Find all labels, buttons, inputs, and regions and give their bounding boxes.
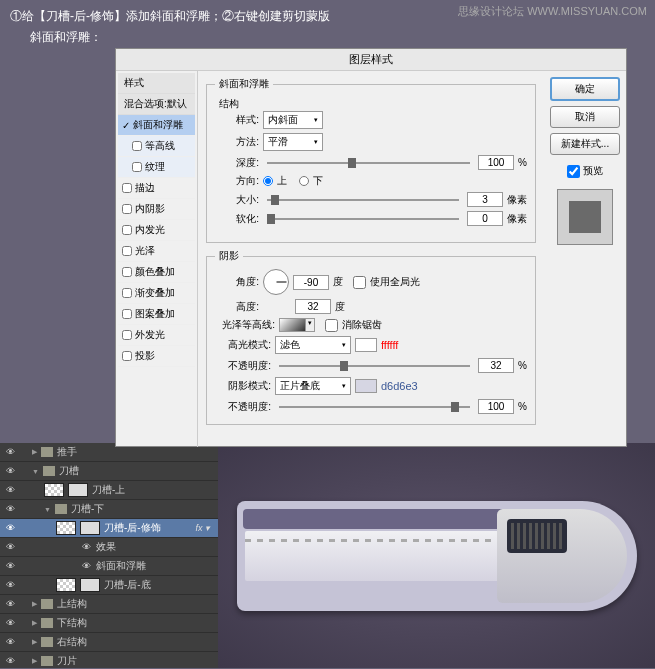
style-label: 内发光	[135, 223, 165, 237]
layer-row[interactable]: 👁刀槽-后-修饰fx ▾	[0, 519, 218, 538]
disclosure-triangle[interactable]: ▶	[32, 619, 37, 627]
ok-button[interactable]: 确定	[550, 77, 620, 101]
visibility-icon[interactable]: 👁	[4, 541, 16, 553]
size-slider[interactable]	[267, 199, 459, 201]
style-row-描边[interactable]: 描边	[118, 178, 195, 199]
disclosure-triangle[interactable]: ▶	[32, 448, 37, 456]
sh-mode-select[interactable]: 正片叠底	[275, 377, 351, 395]
disclosure-triangle[interactable]: ▶	[32, 600, 37, 608]
antialias-check[interactable]	[325, 319, 338, 332]
style-row-图案叠加[interactable]: 图案叠加	[118, 304, 195, 325]
visibility-icon[interactable]: 👁	[4, 655, 16, 667]
layer-style-dialog: 图层样式 样式 混合选项:默认 ✓ 斜面和浮雕 等高线 纹理 描边 内阴影 内发…	[115, 48, 627, 447]
visibility-icon[interactable]: 👁	[4, 560, 16, 572]
preview-check[interactable]	[567, 165, 580, 178]
style-row-渐变叠加[interactable]: 渐变叠加	[118, 283, 195, 304]
layer-row[interactable]: 👁▼刀槽	[0, 462, 218, 481]
alt-value[interactable]: 32	[295, 299, 331, 314]
style-check[interactable]	[122, 309, 132, 319]
cancel-button[interactable]: 取消	[550, 106, 620, 128]
layer-row[interactable]: 👁▼刀槽-下	[0, 500, 218, 519]
visibility-icon[interactable]: 👁	[4, 617, 16, 629]
styles-header: 样式	[118, 73, 195, 94]
depth-slider[interactable]	[267, 162, 470, 164]
shade-legend: 阴影	[215, 249, 243, 263]
angle-dial[interactable]	[263, 269, 289, 295]
dir-up-radio[interactable]	[263, 176, 273, 186]
size-label: 大小:	[215, 193, 259, 207]
style-check[interactable]	[132, 141, 142, 151]
depth-value[interactable]: 100	[478, 155, 514, 170]
visibility-icon[interactable]: 👁	[4, 598, 16, 610]
layer-label: 斜面和浮雕	[96, 559, 146, 573]
style-check[interactable]	[122, 288, 132, 298]
sub-label: 斜面和浮雕：	[30, 29, 645, 46]
disclosure-triangle[interactable]: ▼	[32, 468, 39, 475]
disclosure-triangle[interactable]: ▼	[44, 506, 51, 513]
style-row-投影[interactable]: 投影	[118, 346, 195, 367]
style-row-内阴影[interactable]: 内阴影	[118, 199, 195, 220]
style-row-斜面和浮雕[interactable]: ✓ 斜面和浮雕	[118, 115, 195, 136]
new-style-button[interactable]: 新建样式...	[550, 133, 620, 155]
top-section: ①给【刀槽-后-修饰】添加斜面和浮雕；②右键创建剪切蒙版 斜面和浮雕： 图层样式…	[0, 0, 655, 443]
fx-vis-icon[interactable]: 👁	[80, 560, 92, 572]
visibility-icon[interactable]: 👁	[4, 636, 16, 648]
hl-mode-select[interactable]: 滤色	[275, 336, 351, 354]
style-label: 渐变叠加	[135, 286, 175, 300]
disclosure-triangle[interactable]: ▶	[32, 657, 37, 665]
layer-row[interactable]: 👁▶右结构	[0, 633, 218, 652]
visibility-icon[interactable]: 👁	[4, 503, 16, 515]
disclosure-triangle[interactable]: ▶	[32, 638, 37, 646]
dir-down-radio[interactable]	[299, 176, 309, 186]
hl-opac-slider[interactable]	[279, 365, 470, 367]
style-check[interactable]	[122, 267, 132, 277]
layer-row[interactable]: 👁▶刀片	[0, 652, 218, 668]
fx-indicator[interactable]: fx ▾	[195, 523, 214, 533]
style-row-纹理[interactable]: 纹理	[118, 157, 195, 178]
hl-color-swatch[interactable]	[355, 338, 377, 352]
sh-color-swatch[interactable]	[355, 379, 377, 393]
visibility-icon[interactable]: 👁	[4, 579, 16, 591]
global-light-check[interactable]	[353, 276, 366, 289]
style-row-外发光[interactable]: 外发光	[118, 325, 195, 346]
layer-row[interactable]: 👁▶下结构	[0, 614, 218, 633]
style-label: 斜面和浮雕	[133, 118, 183, 132]
style-check[interactable]	[132, 162, 142, 172]
style-check[interactable]	[122, 225, 132, 235]
style-check[interactable]	[122, 204, 132, 214]
angle-value[interactable]: -90	[293, 275, 329, 290]
sh-opac-slider[interactable]	[279, 406, 470, 408]
layer-label: 效果	[96, 540, 116, 554]
visibility-icon[interactable]: 👁	[4, 446, 16, 458]
fx-vis-icon[interactable]: 👁	[80, 541, 92, 553]
style-label: 内阴影	[135, 202, 165, 216]
method-select[interactable]: 平滑	[263, 133, 323, 151]
style-row-内发光[interactable]: 内发光	[118, 220, 195, 241]
style-label: 描边	[135, 181, 155, 195]
visibility-icon[interactable]: 👁	[4, 522, 16, 534]
style-select[interactable]: 内斜面	[263, 111, 323, 129]
visibility-icon[interactable]: 👁	[4, 484, 16, 496]
style-row-等高线[interactable]: 等高线	[118, 136, 195, 157]
style-row-颜色叠加[interactable]: 颜色叠加	[118, 262, 195, 283]
soften-value[interactable]: 0	[467, 211, 503, 226]
style-check[interactable]	[122, 351, 132, 361]
layer-row[interactable]: 👁👁效果	[0, 538, 218, 557]
layer-row[interactable]: 👁▶上结构	[0, 595, 218, 614]
hl-mode-label: 高光模式:	[215, 338, 271, 352]
soften-slider[interactable]	[267, 218, 459, 220]
layer-row[interactable]: 👁刀槽-上	[0, 481, 218, 500]
visibility-icon[interactable]: 👁	[4, 465, 16, 477]
style-check[interactable]	[122, 330, 132, 340]
layer-row[interactable]: 👁刀槽-后-底	[0, 576, 218, 595]
style-check[interactable]	[122, 183, 132, 193]
style-check[interactable]	[122, 246, 132, 256]
layer-row[interactable]: 👁👁斜面和浮雕	[0, 557, 218, 576]
size-value[interactable]: 3	[467, 192, 503, 207]
style-row-光泽[interactable]: 光泽	[118, 241, 195, 262]
hl-opac-value[interactable]: 32	[478, 358, 514, 373]
layer-thumb	[56, 521, 76, 535]
sh-opac-value[interactable]: 100	[478, 399, 514, 414]
gloss-contour[interactable]	[279, 318, 315, 332]
blend-header[interactable]: 混合选项:默认	[118, 94, 195, 115]
